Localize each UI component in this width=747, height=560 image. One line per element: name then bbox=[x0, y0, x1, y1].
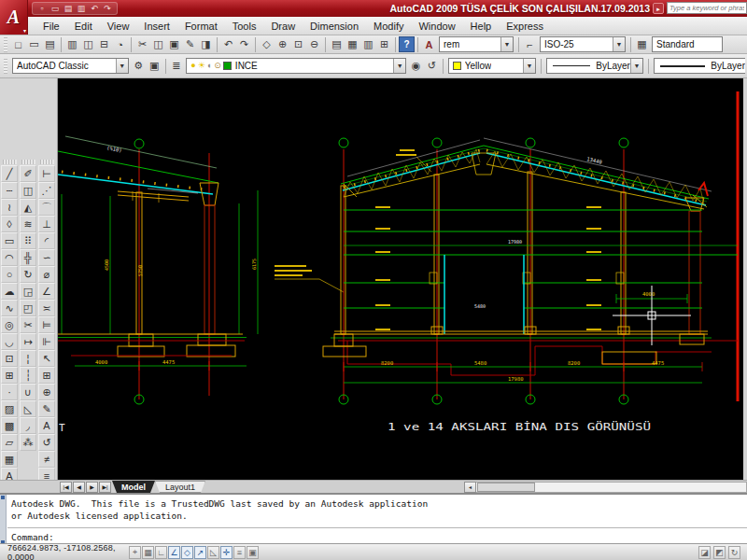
rectangle-icon[interactable]: ▭ bbox=[1, 232, 18, 249]
hatch-icon[interactable]: ▨ bbox=[1, 400, 18, 417]
command-window[interactable]: Autodesk DWG. This file is a TrustedDWG … bbox=[0, 493, 747, 543]
menu-help[interactable]: Help bbox=[463, 19, 500, 34]
quick-dimension-icon[interactable]: ≍ bbox=[38, 300, 55, 316]
save-workspace-icon[interactable]: ▣ bbox=[147, 58, 162, 74]
toolbar-grip[interactable] bbox=[4, 59, 7, 74]
linetype-combo[interactable]: ByLayer ▼ bbox=[546, 58, 643, 74]
qat-open-icon[interactable]: ▭ bbox=[49, 3, 61, 14]
menu-dimension[interactable]: Dimension bbox=[303, 19, 366, 34]
designcenter-icon[interactable]: ▦ bbox=[345, 36, 360, 52]
ordinate-icon[interactable]: ⊥ bbox=[38, 216, 55, 232]
undo-icon[interactable]: ↶ bbox=[220, 36, 236, 52]
annotation-visibility-icon[interactable]: ◪ bbox=[698, 546, 711, 559]
match-properties-icon[interactable]: ✎ bbox=[182, 36, 198, 52]
menu-window[interactable]: Window bbox=[411, 19, 462, 34]
insert-block-icon[interactable]: ⊡ bbox=[1, 350, 18, 367]
horizontal-scrollbar[interactable]: ◂ bbox=[464, 482, 747, 493]
jogged-icon[interactable]: ∽ bbox=[38, 249, 55, 266]
web-icon[interactable]: ◔ bbox=[112, 36, 128, 52]
zoom-realtime-icon[interactable]: ⊕ bbox=[275, 36, 290, 52]
tool-palettes-icon[interactable]: ▥ bbox=[360, 36, 376, 52]
explode-icon[interactable]: ⁂ bbox=[20, 434, 36, 451]
qat-new-icon[interactable]: ▫ bbox=[36, 3, 48, 14]
polyline-icon[interactable]: ≀ bbox=[1, 199, 18, 216]
chamfer-icon[interactable]: ◺ bbox=[20, 400, 36, 417]
trim-icon[interactable]: ✂ bbox=[20, 316, 36, 333]
infocenter-arrow-icon[interactable]: ▸ bbox=[653, 3, 664, 14]
toolbar-grip[interactable] bbox=[4, 37, 7, 52]
make-object-layer-current-icon[interactable]: ◉ bbox=[408, 58, 424, 74]
mirror-icon[interactable]: ◭ bbox=[20, 199, 36, 216]
point-icon[interactable]: · bbox=[1, 384, 18, 400]
qat-plot-icon[interactable]: ▥ bbox=[76, 3, 87, 14]
status-model-toggle[interactable]: ▣ bbox=[247, 546, 259, 559]
status-snap-toggle[interactable]: ⌖ bbox=[129, 546, 141, 559]
sheetset-manager-icon[interactable]: ⊞ bbox=[376, 36, 392, 52]
rotate-icon[interactable]: ↻ bbox=[20, 266, 36, 283]
menu-express[interactable]: Express bbox=[499, 19, 551, 34]
tab-model[interactable]: Model bbox=[112, 481, 155, 493]
workspace-combo[interactable]: AutoCAD Classic ▼ bbox=[12, 58, 129, 74]
diameter-icon[interactable]: ⌀ bbox=[38, 266, 55, 283]
menu-format[interactable]: Format bbox=[177, 19, 225, 34]
line-icon[interactable]: ╱ bbox=[1, 165, 18, 182]
quick-leader-icon[interactable]: ↖ bbox=[38, 350, 55, 367]
dimension-update-icon[interactable]: ↺ bbox=[38, 434, 55, 451]
properties-icon[interactable]: ▤ bbox=[329, 36, 345, 52]
center-mark-icon[interactable]: ⊕ bbox=[38, 384, 55, 400]
gradient-icon[interactable]: ▩ bbox=[1, 417, 18, 434]
tab-nav-3[interactable]: ▶| bbox=[99, 482, 111, 493]
autocad-logo[interactable]: A ▾ bbox=[0, 0, 28, 35]
menu-edit[interactable]: Edit bbox=[67, 19, 100, 34]
block-editor-icon[interactable]: ◨ bbox=[198, 36, 214, 52]
copy-icon[interactable]: ◫ bbox=[20, 182, 36, 199]
drawing-canvas[interactable]: (%10) 4500 5750 6175 4000 4475 bbox=[58, 78, 743, 480]
tab-nav-0[interactable]: |◀ bbox=[60, 482, 72, 493]
layer-previous-icon[interactable]: ↺ bbox=[424, 58, 440, 74]
table-style-icon[interactable]: ▦ bbox=[634, 36, 650, 52]
zoom-previous-icon[interactable]: ⊖ bbox=[306, 36, 322, 52]
workspace-settings-icon[interactable]: ⚙ bbox=[131, 58, 147, 74]
tolerance-icon[interactable]: ⊞ bbox=[38, 367, 55, 384]
scrollbar-track[interactable] bbox=[476, 482, 747, 493]
help-icon[interactable]: ? bbox=[399, 36, 415, 52]
zoom-window-icon[interactable]: ⊡ bbox=[290, 36, 306, 52]
menu-file[interactable]: File bbox=[35, 19, 67, 34]
break-icon[interactable]: ┆ bbox=[20, 367, 36, 384]
ellipse-icon[interactable]: ◎ bbox=[1, 316, 18, 333]
plot-icon[interactable]: ▥ bbox=[64, 36, 80, 52]
annotation-autoscale-icon[interactable]: ◩ bbox=[713, 546, 726, 559]
chevron-down-icon[interactable]: ▼ bbox=[630, 59, 642, 73]
chevron-down-icon[interactable]: ▼ bbox=[116, 59, 128, 73]
copy-icon[interactable]: ◫ bbox=[150, 36, 166, 52]
status-lwt-toggle[interactable]: ≡ bbox=[233, 546, 246, 559]
dim-style-combo[interactable]: ISO-25 ▼ bbox=[540, 36, 626, 52]
offset-icon[interactable]: ≋ bbox=[20, 216, 36, 232]
scrollbar-thumb[interactable] bbox=[477, 483, 535, 492]
dimension-break-icon[interactable]: ≠ bbox=[38, 451, 55, 468]
open-icon[interactable]: ▭ bbox=[26, 36, 42, 52]
status-polar-toggle[interactable]: ∠ bbox=[168, 546, 180, 559]
status-grid-toggle[interactable]: ▦ bbox=[142, 546, 154, 559]
qat-undo-icon[interactable]: ↶ bbox=[89, 3, 100, 14]
fillet-icon[interactable]: ◞ bbox=[20, 417, 36, 434]
ellipse-arc-icon[interactable]: ◡ bbox=[1, 333, 18, 350]
aligned-dimension-icon[interactable]: ⋰ bbox=[38, 182, 55, 199]
infocenter-search-input[interactable] bbox=[667, 2, 747, 14]
table-style-combo[interactable]: Standard bbox=[652, 36, 723, 52]
spline-icon[interactable]: ∿ bbox=[1, 300, 18, 316]
array-icon[interactable]: ⠿ bbox=[20, 232, 36, 249]
cut-icon[interactable]: ✂ bbox=[134, 36, 150, 52]
status-ortho-toggle[interactable]: ∟ bbox=[155, 546, 167, 559]
radius-icon[interactable]: ◜ bbox=[38, 232, 55, 249]
arc-icon[interactable]: ◠ bbox=[1, 249, 18, 266]
chevron-down-icon[interactable]: ▼ bbox=[500, 37, 513, 51]
layer-lock-icon[interactable]: ◐ bbox=[207, 62, 212, 70]
layer-plot-icon[interactable]: ⊙ bbox=[214, 62, 221, 70]
dim-style-icon[interactable]: ⌐ bbox=[522, 36, 538, 52]
new-icon[interactable]: □ bbox=[10, 36, 26, 52]
drawing-area[interactable]: (%10) 4500 5750 6175 4000 4475 bbox=[58, 78, 743, 480]
text-style-combo[interactable]: rem ▼ bbox=[439, 36, 514, 52]
stretch-icon[interactable]: ◰ bbox=[20, 300, 36, 316]
layer-on-bulb-icon[interactable]: ● bbox=[190, 62, 195, 70]
